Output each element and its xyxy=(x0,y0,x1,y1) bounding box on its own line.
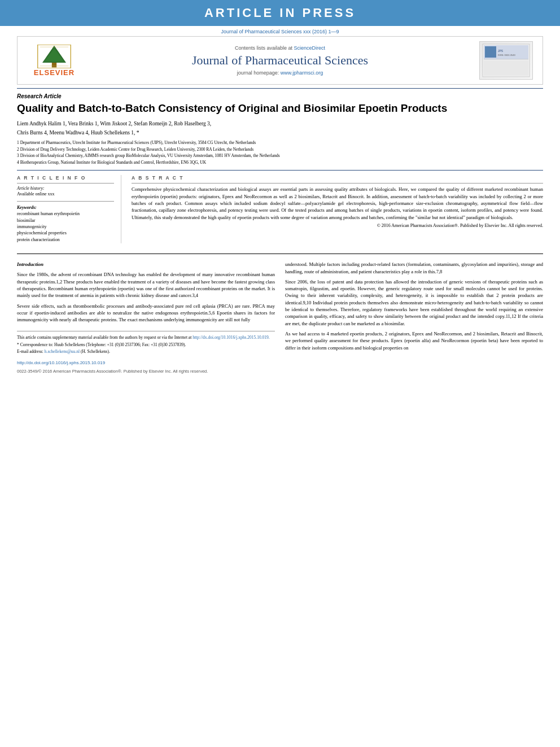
affil-4: 4 Biotherapeutics Group, National Instit… xyxy=(17,160,543,166)
body-content: Introduction Since the 1980s, the advent… xyxy=(17,254,543,374)
svg-text:JPS: JPS xyxy=(498,49,504,53)
journal-header: ELSEVIER Contents lists available at Sci… xyxy=(17,36,543,85)
right-logo-area: JPS ISSN: 0022-3549 xyxy=(475,41,537,80)
keyword-1: recombinant human erythropoietin xyxy=(17,211,114,217)
svg-marker-2 xyxy=(44,48,64,62)
body-col-left: Introduction Since the 1980s, the advent… xyxy=(17,261,275,374)
footnote-supplementary: This article contains supplementary mate… xyxy=(17,335,275,340)
page-content: Research Article Quality and Batch-to-Ba… xyxy=(17,88,543,374)
supplementary-url[interactable]: http://dx.doi.org/10.1016/j.xphs.2015.10… xyxy=(193,335,270,340)
copyright-bottom: 0022-3549/© 2016 American Pharmacists As… xyxy=(17,369,275,374)
affiliations: 1 Department of Pharmaceutics, Utrecht I… xyxy=(17,140,543,165)
body-col-right: understood. Multiple factors including p… xyxy=(285,261,543,374)
article-in-press-banner: ARTICLE IN PRESS xyxy=(0,0,560,26)
authors-text-2: Chris Burns 4, Meenu Wadhwa 4, Huub Sche… xyxy=(17,130,139,136)
sciencedirect-line: Contents lists available at ScienceDirec… xyxy=(91,45,469,51)
right-logo-box: JPS ISSN: 0022-3549 xyxy=(479,41,533,80)
body-para-1: Since the 1980s, the advent of recombina… xyxy=(17,271,275,299)
authors-text-1: Liem Andhyk Halim 1, Vera Brinks 1, Wim … xyxy=(17,121,211,126)
abstract-copyright: © 2016 American Pharmacists Association®… xyxy=(132,223,543,228)
affil-2: 2 Division of Drug Delivery Technology, … xyxy=(17,147,543,153)
doi-url[interactable]: http://dx.doi.org/10.1016/j.xphs.2015.10… xyxy=(17,360,275,366)
sciencedirect-label: Contents lists available at xyxy=(235,45,292,51)
svg-rect-8 xyxy=(484,60,528,76)
homepage-line: journal homepage: www.jpharmsci.org xyxy=(91,70,469,76)
journal-ref-text: Journal of Pharmaceutical Sciences xxx (… xyxy=(221,29,339,34)
article-info-header: A R T I C L E I N F O xyxy=(17,175,114,181)
correspondence-text: Huub Schellekens (Telephone: +31 (0)30 2… xyxy=(54,342,186,347)
body-para-2: Severe side effects, such as thromboembo… xyxy=(17,303,275,324)
article-info-column: A R T I C L E I N F O Article history: A… xyxy=(17,175,121,243)
authors-line2: Chris Burns 4, Meenu Wadhwa 4, Huub Sche… xyxy=(17,129,543,137)
article-type-label: Research Article xyxy=(17,93,543,99)
journal-title: Journal of Pharmaceutical Sciences xyxy=(91,53,469,68)
abstract-rule xyxy=(132,183,543,184)
article-title: Quality and Batch-to-Batch Consistency o… xyxy=(17,102,543,116)
homepage-label: journal homepage: xyxy=(237,70,279,76)
elsevier-brand: ELSEVIER xyxy=(34,68,75,77)
affil-1: 1 Department of Pharmaceutics, Utrecht I… xyxy=(17,140,543,146)
email-note: (H. Schellekens). xyxy=(81,349,110,354)
top-rule xyxy=(17,88,543,89)
keyword-2: biosimilar xyxy=(17,218,114,224)
doi-line-bottom: http://dx.doi.org/10.1016/j.xphs.2015.10… xyxy=(17,360,275,374)
abstract-header: A B S T R A C T xyxy=(132,175,543,181)
keyword-5: protein characterization xyxy=(17,237,114,243)
email-address[interactable]: h.schellekens@uu.nl xyxy=(45,349,80,354)
svg-text:ISSN: 0022-3549: ISSN: 0022-3549 xyxy=(498,54,515,56)
info-rule xyxy=(17,183,114,184)
info-rule-2 xyxy=(17,201,114,202)
elsevier-logo-area: ELSEVIER xyxy=(23,45,85,77)
available-online: Available online xxx xyxy=(17,191,114,196)
article-info-abstract-section: A R T I C L E I N F O Article history: A… xyxy=(17,170,543,243)
banner-text: ARTICLE IN PRESS xyxy=(204,6,356,20)
introduction-title: Introduction xyxy=(17,261,275,268)
journal-info-center: Contents lists available at ScienceDirec… xyxy=(85,45,475,76)
affil-3: 3 Division of BioAnalytical Chemistry, A… xyxy=(17,153,543,159)
footnote-area: This article contains supplementary mate… xyxy=(17,331,275,374)
keyword-4: physicochemical properties xyxy=(17,230,114,236)
body-para-5: As we had access to 4 marketed epoetin p… xyxy=(285,330,543,351)
correspondence-label: * Correspondence to: xyxy=(17,342,53,347)
sciencedirect-link[interactable]: ScienceDirect xyxy=(294,45,326,51)
supplementary-text: This article contains supplementary mate… xyxy=(17,335,191,340)
keywords-section: Keywords: recombinant human erythropoiet… xyxy=(17,205,114,243)
authors-line1: Liem Andhyk Halim 1, Vera Brinks 1, Wim … xyxy=(17,120,543,128)
body-para-3: understood. Multiple factors including p… xyxy=(285,261,543,275)
keyword-3: immunogenicity xyxy=(17,224,114,230)
svg-rect-10 xyxy=(485,46,496,58)
elsevier-tree-icon xyxy=(37,45,71,68)
svg-rect-0 xyxy=(52,62,56,67)
journal-ref-line: Journal of Pharmaceutical Sciences xxx (… xyxy=(0,26,560,36)
body-two-col: Introduction Since the 1980s, the advent… xyxy=(17,261,543,374)
keywords-title: Keywords: xyxy=(17,205,114,210)
body-para-4: Since 2006, the loss of patent and data … xyxy=(285,278,543,327)
footnote-email: E-mail address: h.schellekens@uu.nl (H. … xyxy=(17,349,275,355)
abstract-text: Comprehensive physicochemical characteri… xyxy=(132,186,543,221)
history-label: Article history: xyxy=(17,186,114,191)
footnote-correspondence: * Correspondence to: Huub Schellekens (T… xyxy=(17,342,275,348)
right-logo-svg: JPS ISSN: 0022-3549 xyxy=(482,43,530,77)
homepage-url[interactable]: www.jpharmsci.org xyxy=(281,70,323,76)
abstract-column: A B S T R A C T Comprehensive physicoche… xyxy=(132,175,543,243)
email-label: E-mail address: xyxy=(17,349,43,354)
